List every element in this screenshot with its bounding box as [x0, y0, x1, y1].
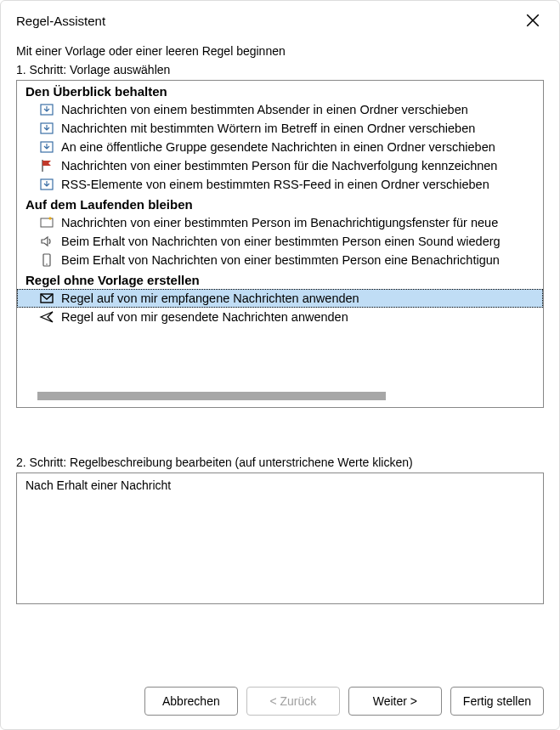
- rules-wizard-dialog: Regel-Assistent Mit einer Vorlage oder e…: [0, 0, 560, 730]
- group-header-overview: Den Überblick behalten: [17, 81, 543, 100]
- group-header-blank: Regel ohne Vorlage erstellen: [17, 269, 543, 289]
- move-to-folder-icon: [39, 102, 54, 117]
- template-item-blank-received[interactable]: Regel auf von mir empfangene Nachrichten…: [17, 289, 543, 308]
- template-item-rss-move[interactable]: RSS-Elemente von einem bestimmten RSS-Fe…: [17, 175, 543, 194]
- template-item-label: Nachrichten von einer bestimmten Person …: [61, 159, 497, 173]
- dialog-button-row: Abbrechen < Zurück Weiter > Fertig stell…: [1, 675, 559, 729]
- template-item-label: Nachrichten von einer bestimmten Person …: [61, 216, 498, 229]
- rule-description-text: Nach Erhalt einer Nachricht: [25, 478, 171, 492]
- move-to-folder-icon: [39, 139, 54, 155]
- close-icon: [525, 13, 540, 28]
- rule-description-box[interactable]: Nach Erhalt einer Nachricht: [16, 473, 544, 604]
- svg-rect-7: [41, 218, 53, 227]
- finish-button[interactable]: Fertig stellen: [450, 687, 544, 716]
- dialog-title: Regel-Assistent: [16, 14, 105, 28]
- cancel-button[interactable]: Abbrechen: [144, 687, 238, 716]
- scrollbar-thumb[interactable]: [37, 392, 386, 400]
- new-mail-alert-icon: [39, 215, 54, 230]
- move-to-folder-icon: [39, 121, 54, 136]
- send-icon: [39, 309, 54, 325]
- next-button[interactable]: Weiter >: [348, 687, 442, 716]
- template-item-label: An eine öffentliche Gruppe gesendete Nac…: [61, 140, 495, 154]
- template-item-label: Beim Erhalt von Nachrichten von einer be…: [61, 253, 500, 267]
- step1-label: 1. Schritt: Vorlage auswählen: [16, 63, 544, 76]
- template-item-label: Nachrichten von einem bestimmten Absende…: [61, 103, 468, 116]
- template-item-label: RSS-Elemente von einem bestimmten RSS-Fe…: [61, 178, 489, 191]
- flag-icon: [39, 158, 54, 173]
- template-item-move-subject-words[interactable]: Nachrichten mit bestimmten Wörtern im Be…: [17, 119, 543, 138]
- svg-point-9: [46, 263, 48, 265]
- mobile-icon: [39, 252, 54, 268]
- envelope-icon: [39, 291, 54, 306]
- template-list-box: Den Überblick behalten Nachrichten von e…: [16, 80, 544, 408]
- template-item-alert-window[interactable]: Nachrichten von einer bestimmten Person …: [17, 213, 543, 232]
- template-item-flag-followup[interactable]: Nachrichten von einer bestimmten Person …: [17, 156, 543, 175]
- template-item-play-sound[interactable]: Beim Erhalt von Nachrichten von einer be…: [17, 232, 543, 251]
- template-item-move-public-group[interactable]: An eine öffentliche Gruppe gesendete Nac…: [17, 138, 543, 156]
- titlebar: Regel-Assistent: [1, 1, 559, 39]
- back-button: < Zurück: [246, 687, 340, 716]
- template-item-label: Beim Erhalt von Nachrichten von einer be…: [61, 235, 501, 248]
- horizontal-scrollbar[interactable]: [17, 390, 543, 402]
- intro-text: Mit einer Vorlage oder einer leeren Rege…: [16, 44, 544, 58]
- template-item-move-from-sender[interactable]: Nachrichten von einem bestimmten Absende…: [17, 100, 543, 119]
- move-to-folder-icon: [39, 177, 54, 192]
- template-item-label: Nachrichten mit bestimmten Wörtern im Be…: [61, 122, 475, 135]
- template-item-label: Regel auf von mir gesendete Nachrichten …: [61, 310, 348, 324]
- sound-icon: [39, 234, 54, 249]
- template-item-mobile-notification[interactable]: Beim Erhalt von Nachrichten von einer be…: [17, 251, 543, 269]
- step2-label: 2. Schritt: Regelbeschreibung bearbeiten…: [16, 456, 544, 469]
- close-button[interactable]: [518, 9, 547, 31]
- template-item-blank-sent[interactable]: Regel auf von mir gesendete Nachrichten …: [17, 308, 543, 326]
- template-item-label: Regel auf von mir empfangene Nachrichten…: [61, 291, 359, 305]
- group-header-uptodate: Auf dem Laufenden bleiben: [17, 194, 543, 213]
